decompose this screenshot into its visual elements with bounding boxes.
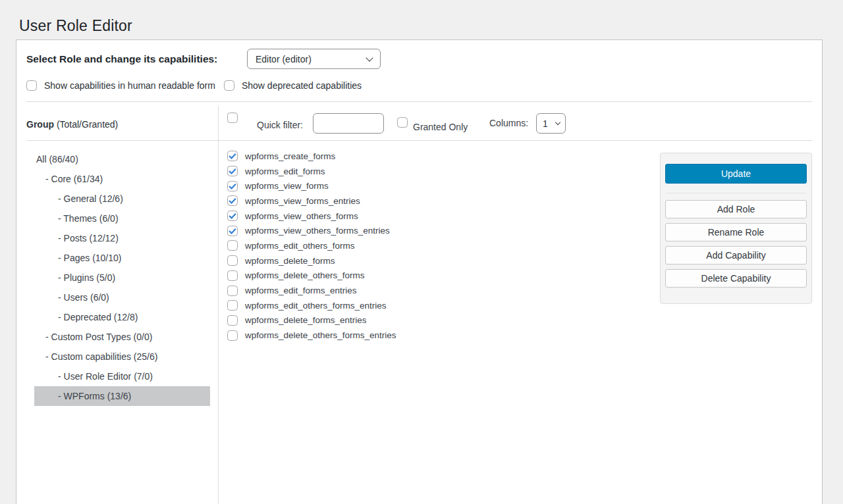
group-tree-item[interactable]: - Themes (6/0) <box>34 209 210 228</box>
group-tree-item[interactable]: - Custom Post Types (0/0) <box>34 327 210 347</box>
group-tree-item[interactable]: - Plugins (5/0) <box>34 268 210 288</box>
group-tree-item[interactable]: - Posts (12/12) <box>34 228 210 248</box>
capability-checkbox[interactable] <box>227 195 238 206</box>
group-tree-item[interactable]: - Core (61/34) <box>34 169 210 189</box>
capability-label: wpforms_edit_others_forms <box>245 241 355 251</box>
capability-checkbox[interactable] <box>227 300 238 311</box>
chevron-down-icon <box>555 119 560 124</box>
capability-row: wpforms_edit_forms_entries <box>227 283 396 298</box>
capability-label: wpforms_create_forms <box>245 151 335 161</box>
capability-checkbox[interactable] <box>227 255 238 266</box>
group-tree-item[interactable]: - Deprecated (12/8) <box>34 307 210 327</box>
granted-only-label: Granted Only <box>413 122 468 132</box>
capability-checkbox[interactable] <box>227 286 238 296</box>
column-divider <box>218 106 219 504</box>
group-tree-item[interactable]: - User Role Editor (7/0) <box>34 366 210 386</box>
rename-role-button[interactable]: Rename Role <box>665 223 807 241</box>
capability-label: wpforms_delete_others_forms_entries <box>245 330 396 340</box>
deprecated-label: Show deprecated capabilities <box>242 80 362 91</box>
capability-label: wpforms_edit_forms <box>245 166 325 176</box>
capability-row: wpforms_delete_forms <box>227 253 396 268</box>
capability-checkbox[interactable] <box>227 315 238 326</box>
columns-select-value: 1 <box>543 118 548 129</box>
capability-label: wpforms_delete_others_forms <box>245 270 365 280</box>
divider <box>666 193 806 193</box>
capability-row: wpforms_view_forms_entries <box>227 193 396 209</box>
role-select-value: Editor (editor) <box>256 54 312 64</box>
groups-tree: All (86/40)- Core (61/34)- General (12/6… <box>34 149 210 406</box>
capability-label: wpforms_edit_others_forms_entries <box>245 301 387 311</box>
columns-select[interactable]: 1 <box>536 113 566 134</box>
role-select[interactable]: Editor (editor) <box>247 49 381 69</box>
capability-checkbox[interactable] <box>227 211 238 221</box>
actions-panel: Update Add RoleRename RoleAdd Capability… <box>660 153 812 304</box>
add-capability-button[interactable]: Add Capability <box>665 246 807 265</box>
columns-label: Columns: <box>489 118 528 128</box>
select-all-checkbox[interactable] <box>227 113 238 123</box>
capability-row: wpforms_edit_forms <box>227 164 396 179</box>
capability-row: wpforms_view_others_forms_entries <box>227 223 396 238</box>
quick-filter-input[interactable] <box>313 113 384 134</box>
capability-checkbox[interactable] <box>227 226 238 236</box>
capability-checkbox[interactable] <box>227 151 238 161</box>
capability-row: wpforms_create_forms <box>227 149 396 164</box>
group-tree-item[interactable]: - General (12/6) <box>34 189 210 209</box>
capability-checkbox[interactable] <box>227 270 238 281</box>
group-tree-item[interactable]: - WPForms (13/6) <box>34 386 210 406</box>
delete-capability-button[interactable]: Delete Capability <box>665 269 807 288</box>
group-tree-item[interactable]: - Pages (10/10) <box>34 248 210 268</box>
chevron-down-icon <box>366 54 373 61</box>
capability-row: wpforms_delete_others_forms_entries <box>227 328 396 343</box>
capability-label: wpforms_view_forms_entries <box>245 196 360 206</box>
display-options-row: Show capabilities in human readable form… <box>26 80 362 91</box>
capability-checkbox[interactable] <box>227 166 238 176</box>
deprecated-checkbox[interactable] <box>224 80 234 91</box>
capability-row: wpforms_edit_others_forms <box>227 238 396 253</box>
add-role-button[interactable]: Add Role <box>665 200 807 218</box>
capability-row: wpforms_view_forms <box>227 178 396 193</box>
group-tree-item[interactable]: - Custom capabilities (25/6) <box>34 347 210 366</box>
capability-checkbox[interactable] <box>227 330 238 341</box>
role-selector-label: Select Role and change its capabilities: <box>26 53 217 65</box>
capability-checkbox[interactable] <box>227 181 238 191</box>
capability-row: wpforms_delete_others_forms <box>227 268 396 284</box>
capability-label: wpforms_delete_forms_entries <box>245 315 367 325</box>
capability-label: wpforms_edit_forms_entries <box>245 286 357 295</box>
group-header-title: Group <box>26 119 54 130</box>
capabilities-list: wpforms_create_formswpforms_edit_formswp… <box>227 149 396 343</box>
page-title: User Role Editor <box>19 17 132 35</box>
capability-label: wpforms_view_others_forms_entries <box>245 226 390 236</box>
capability-label: wpforms_delete_forms <box>245 256 335 266</box>
group-tree-item[interactable]: All (86/40) <box>34 149 210 169</box>
update-button[interactable]: Update <box>665 164 807 184</box>
human-readable-label: Show capabilities in human readable form <box>44 80 215 91</box>
group-column-header: Group (Total/Granted) <box>26 119 118 130</box>
granted-only-checkbox[interactable] <box>397 117 408 128</box>
quick-filter-label: Quick filter: <box>257 120 303 130</box>
group-header-suffix: (Total/Granted) <box>54 119 118 130</box>
capability-label: wpforms_view_forms <box>245 181 329 191</box>
capability-row: wpforms_view_others_forms <box>227 209 396 224</box>
human-readable-checkbox[interactable] <box>26 80 37 91</box>
divider <box>26 101 812 102</box>
divider <box>26 140 812 141</box>
group-tree-item[interactable]: - Users (6/0) <box>34 288 210 307</box>
capability-label: wpforms_view_others_forms <box>245 211 358 221</box>
capability-row: wpforms_delete_forms_entries <box>227 313 396 328</box>
capability-checkbox[interactable] <box>227 240 238 251</box>
user-role-editor-panel: Select Role and change its capabilities:… <box>16 39 823 504</box>
capability-row: wpforms_edit_others_forms_entries <box>227 298 396 313</box>
